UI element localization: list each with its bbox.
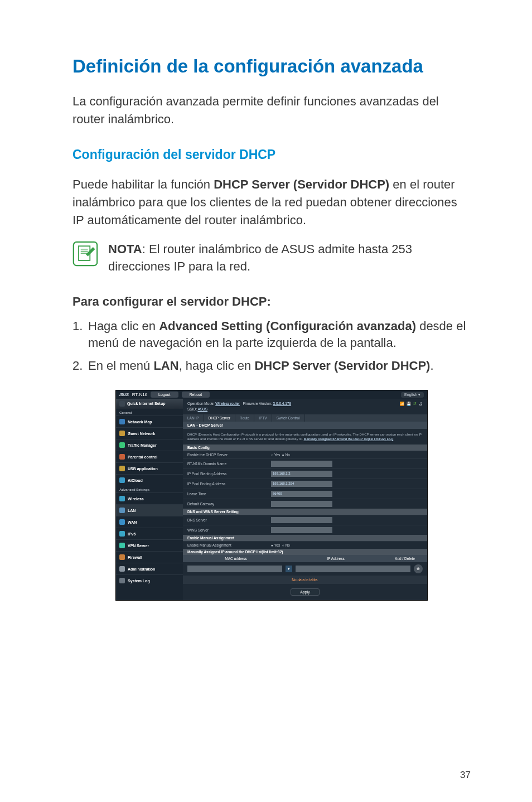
router-sidebar: Quick Internet Setup General Network Map… (116, 399, 183, 600)
note-block: NOTA: El router inalámbrico de ASUS admi… (72, 241, 471, 276)
ip-end-label: IP Pool Ending Address (187, 482, 271, 486)
sidebar-item-parental-control[interactable]: Parental control (116, 451, 183, 462)
router-main: 📶 💾 ⇄ 🖨 Operation Mode: Wireless router … (183, 399, 427, 600)
printer-status-icon: 🖨 (419, 401, 423, 407)
manual-table-row: ▾ ⊕ (183, 562, 427, 576)
sidebar-item-aicloud[interactable]: AiCloud (116, 474, 183, 486)
default-gateway-label: Default Gateway (187, 502, 271, 506)
dns-server-input[interactable] (271, 517, 332, 523)
sidebar-item-usb-application[interactable]: USB application (116, 462, 183, 474)
ip-input[interactable] (296, 566, 410, 572)
advanced-header: Advanced Settings (116, 486, 183, 492)
ip-start-input[interactable]: 192.168.1.2 (271, 471, 332, 477)
wifi-icon (119, 496, 125, 501)
quick-internet-setup[interactable]: Quick Internet Setup (116, 399, 183, 409)
add-button[interactable]: ⊕ (414, 564, 423, 573)
globe-icon (119, 519, 125, 525)
firmware-link[interactable]: 3.0.0.4.178 (273, 402, 292, 405)
page-number: 37 (460, 770, 471, 781)
sidebar-item-wireless[interactable]: Wireless (116, 492, 183, 504)
th-ip: IP Address (289, 555, 383, 562)
faq-link[interactable]: Manually Assigned IP around the DHCP lis… (304, 437, 394, 441)
usb-icon (119, 466, 125, 471)
sidebar-item-lan[interactable]: LAN (116, 504, 183, 516)
tab-switch-control[interactable]: Switch Control (272, 414, 305, 422)
mac-input[interactable] (187, 566, 282, 572)
sidebar-item-system-log[interactable]: System Log (116, 574, 183, 586)
dns-wins-band: DNS and WINS Server Setting (183, 509, 427, 515)
section-heading: Configuración del servidor DHCP (72, 147, 471, 162)
enable-dhcp-label: Enable the DHCP Server (187, 453, 271, 457)
wifi-status-icon: 📶 (400, 401, 404, 407)
steps-heading: Para configurar el servidor DHCP: (72, 294, 471, 309)
manual-assign-band: Enable Manual Assignment (183, 535, 427, 541)
table-empty-message: No data in table. (183, 576, 427, 584)
page-title: Definición de la configuración avanzada (72, 56, 471, 77)
manual-list-band: Manually Assigned IP around the DHCP lis… (183, 549, 427, 555)
note-text: NOTA: El router inalámbrico de ASUS admi… (108, 241, 471, 276)
router-tabs: LAN IP DHCP Server Route IPTV Switch Con… (183, 414, 427, 422)
router-screenshot: /SUS RT-N16 Logout Reboot English ▾ Quic… (115, 390, 428, 601)
sidebar-item-wan[interactable]: WAN (116, 516, 183, 528)
panel-heading: LAN - DHCP Server (183, 422, 427, 429)
link-status-icon: ⇄ (413, 401, 417, 407)
vpn-icon (119, 543, 125, 548)
shield-icon (119, 554, 125, 560)
general-header: General (116, 409, 183, 416)
log-icon (119, 578, 125, 583)
router-model: RT-N16 (132, 392, 147, 397)
usb-status-icon: 💾 (407, 401, 411, 407)
ipv6-icon (119, 531, 125, 537)
tab-dhcp-server[interactable]: DHCP Server (204, 414, 235, 422)
network-icon (119, 419, 125, 424)
sidebar-item-ipv6[interactable]: IPv6 (116, 528, 183, 539)
default-gateway-input[interactable] (271, 501, 332, 507)
sidebar-item-vpn-server[interactable]: VPN Server (116, 539, 183, 551)
body-text: Puede habilitar la función DHCP Server (… (72, 176, 471, 229)
domain-name-input[interactable] (271, 461, 332, 467)
sidebar-item-firewall[interactable]: Firewall (116, 551, 183, 563)
basic-config-band: Basic Config (183, 445, 427, 451)
language-select[interactable]: English ▾ (401, 392, 424, 398)
domain-name-label: RT-N16's Domain Name (187, 462, 271, 466)
magic-wand-icon (119, 401, 125, 407)
manual-assign-radio[interactable]: ● Yes ○ No (271, 543, 290, 547)
wins-server-input[interactable] (271, 527, 332, 533)
sidebar-item-traffic-manager[interactable]: Traffic Manager (116, 439, 183, 451)
ip-end-input[interactable]: 192.168.1.254 (271, 481, 332, 487)
lease-time-input[interactable]: 86400 (271, 491, 332, 497)
wins-server-label: WINS Server (187, 528, 271, 532)
tab-iptv[interactable]: IPTV (254, 414, 272, 422)
reboot-button[interactable]: Reboot (182, 392, 210, 398)
th-mac: MAC address (183, 555, 289, 562)
lan-icon (119, 508, 125, 513)
intro-text: La configuración avanzada permite defini… (72, 93, 471, 128)
ssid-link[interactable]: ASUS (197, 407, 207, 411)
lease-time-label: Lease Time (187, 492, 271, 496)
sidebar-item-guest-network[interactable]: Guest Network (116, 427, 183, 439)
svg-rect-0 (74, 242, 97, 265)
sidebar-item-administration[interactable]: Administration (116, 563, 183, 574)
asus-logo: /SUS (119, 392, 129, 397)
op-mode-link[interactable]: Wireless router (215, 402, 240, 405)
guest-icon (119, 431, 125, 436)
step-1: Haga clic en Advanced Setting (Configura… (72, 318, 471, 351)
manual-assign-label: Enable Manual Assignment (187, 543, 271, 547)
logout-button[interactable]: Logout (151, 392, 178, 398)
router-info-bar: 📶 💾 ⇄ 🖨 Operation Mode: Wireless router … (183, 399, 427, 414)
apply-button[interactable]: Apply (291, 588, 320, 596)
mac-dropdown[interactable]: ▾ (286, 566, 292, 572)
tab-route[interactable]: Route (235, 414, 254, 422)
enable-dhcp-radio[interactable]: ○ Yes ● No (271, 453, 290, 457)
manual-table-header: MAC address IP Address Add / Delete (183, 555, 427, 562)
traffic-icon (119, 442, 125, 448)
step-2: En el menú LAN, haga clic en DHCP Server… (72, 357, 471, 374)
sidebar-item-network-map[interactable]: Network Map (116, 416, 183, 427)
note-icon (72, 241, 98, 267)
tab-lan-ip[interactable]: LAN IP (183, 414, 204, 422)
th-add-delete: Add / Delete (383, 555, 427, 562)
ip-start-label: IP Pool Starting Address (187, 472, 271, 476)
cloud-icon (119, 477, 125, 483)
user-icon (119, 566, 125, 572)
lock-icon (119, 454, 125, 460)
